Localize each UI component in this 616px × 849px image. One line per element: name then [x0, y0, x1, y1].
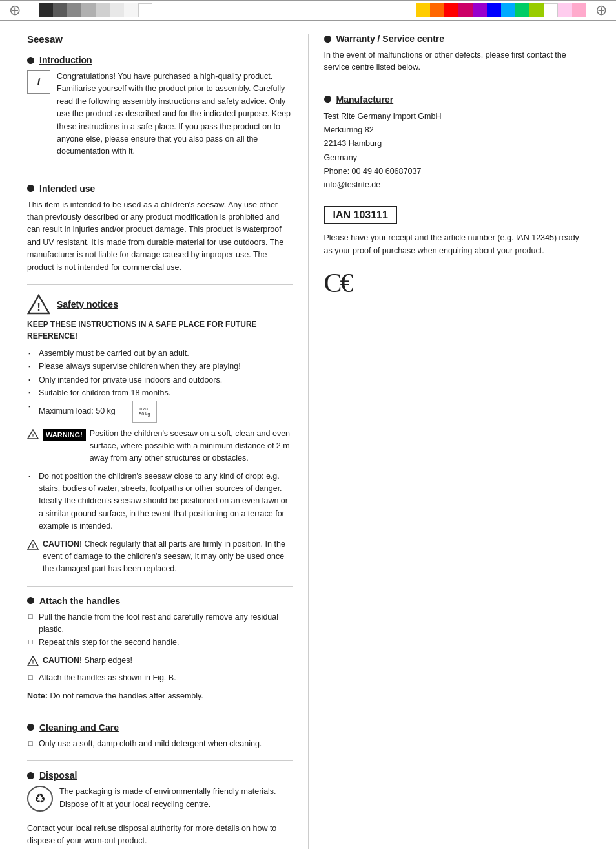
manufacturer-heading-row: Manufacturer	[324, 94, 590, 105]
manufacturer-email: info@testrite.de	[324, 178, 590, 192]
cleaning-care-section: Cleaning and Care Only use a soft, damp …	[27, 722, 293, 750]
right-divider-1	[324, 85, 590, 85]
caution-triangle-icon: !	[27, 540, 39, 550]
page-title: Seesaw	[27, 34, 293, 45]
divider-3	[27, 586, 293, 587]
safety-heading-row: ! Safety notices	[27, 294, 293, 315]
swatch-r8	[515, 3, 529, 17]
warning-badge: WARNING!	[43, 429, 86, 441]
intended-use-section: Intended use This item is intended to be…	[27, 183, 293, 274]
divider-5	[27, 760, 293, 761]
introduction-dot	[27, 57, 34, 64]
intended-use-heading: Intended use	[39, 183, 95, 194]
warranty-heading: Warranty / Service centre	[336, 34, 445, 44]
info-icon: i	[37, 76, 40, 88]
manufacturer-section: Manufacturer Test Rite Germany Import Gm…	[324, 94, 590, 257]
swatches-left	[39, 3, 152, 17]
warning-notice-triangle: !	[27, 429, 39, 439]
safety-bullets-1: Assembly must be carried out by an adult…	[27, 348, 293, 423]
swatch-3	[67, 3, 81, 17]
swatch-r3	[444, 3, 458, 17]
safety-bullet-1: Assembly must be carried out by an adult…	[27, 348, 293, 360]
max-load-label: max.50 kg	[139, 406, 150, 416]
swatch-2	[53, 3, 67, 17]
swatch-r11	[558, 3, 572, 17]
swatch-r5	[473, 3, 487, 17]
svg-text:!: !	[32, 432, 34, 439]
swatch-r7	[501, 3, 515, 17]
swatch-7	[124, 3, 138, 17]
attach-handles-section: Attach the handles Pull the handle from …	[27, 596, 293, 702]
warning-text-1: Position the children's seesaw on a soft…	[90, 428, 293, 465]
info-icon-box: i	[27, 70, 50, 94]
swatch-r4	[458, 3, 473, 17]
disposal-heading: Disposal	[39, 770, 77, 781]
disposal-section: Disposal ♻ The packaging is made of envi…	[27, 770, 293, 848]
swatch-4	[81, 3, 96, 17]
page-wrapper: ⊕ ⊕	[0, 0, 616, 849]
introduction-text: Congratulations! You have purchased a hi…	[57, 70, 293, 158]
swatch-1	[39, 3, 53, 17]
swatch-5	[96, 3, 110, 17]
intended-use-text: This item is intended to be used as a ch…	[27, 199, 293, 274]
intended-use-heading-row: Intended use	[27, 183, 293, 194]
swatch-r10	[544, 3, 558, 17]
intended-use-dot	[27, 185, 34, 192]
svg-text:!: !	[32, 659, 34, 666]
swatch-r6	[487, 3, 501, 17]
safety-bullet-4: Suitable for children from 18 months.	[27, 387, 293, 399]
right-column: Warranty / Service centre In the event o…	[308, 34, 590, 849]
manufacturer-dot	[324, 96, 331, 103]
safety-bullets-2: Do not position the children's seesaw cl…	[27, 470, 293, 533]
disposal-dot	[27, 772, 34, 779]
manufacturer-address3: Germany	[324, 151, 590, 165]
attach-step-3-list: Attach the handles as shown in Fig. B.	[27, 672, 293, 684]
safety-bullet-6: Do not position the children's seesaw cl…	[27, 470, 293, 533]
divider-2	[27, 284, 293, 285]
attach-note: Note: Do not remove the handles after as…	[27, 690, 293, 702]
introduction-heading: Introduction	[39, 55, 92, 65]
recycling-icon: ♻	[27, 786, 53, 812]
disposal-info-box: ♻ The packaging is made of environmental…	[27, 786, 293, 816]
attach-step-2: Repeat this step for the second handle.	[27, 636, 293, 649]
attach-step-3: Attach the handles as shown in Fig. B.	[27, 672, 293, 684]
disposal-recycle-text: The packaging is made of environmentally…	[59, 786, 293, 811]
caution-label: CAUTION!	[43, 540, 85, 549]
manufacturer-heading: Manufacturer	[336, 94, 394, 105]
svg-text:!: !	[37, 301, 41, 313]
introduction-heading-row: Introduction	[27, 55, 293, 65]
note-label: Note:	[27, 691, 48, 700]
max-load-row: Maximum load: 50 kg max.50 kg	[39, 401, 293, 423]
swatches-right	[416, 3, 586, 17]
warranty-dot	[324, 36, 331, 43]
attach-handles-dot	[27, 597, 34, 604]
note-text: Do not remove the handles after assembly…	[50, 691, 203, 700]
ian-number: IAN 103111	[324, 206, 397, 224]
main-content: Seesaw Introduction i Congratulations! Y…	[0, 21, 616, 849]
warranty-text: In the event of malfunctions or other de…	[324, 49, 590, 74]
svg-text:!: !	[32, 543, 34, 549]
introduction-section: Introduction i Congratulations! You have…	[27, 55, 293, 163]
divider-1	[27, 174, 293, 174]
swatch-r2	[430, 3, 444, 17]
safety-heading: Safety notices	[57, 299, 118, 309]
manufacturer-address1: Merkurring 82	[324, 123, 590, 137]
divider-4	[27, 713, 293, 713]
keep-instructions-text: KEEP THESE INSTRUCTIONS IN A SAFE PLACE …	[27, 319, 293, 342]
swatch-r1	[416, 3, 430, 17]
manufacturer-details: Test Rite Germany Import GmbH Merkurring…	[324, 110, 590, 193]
caution-sharp-text: CAUTION! Sharp edges!	[43, 655, 132, 667]
warranty-section: Warranty / Service centre In the event o…	[324, 34, 590, 74]
intro-info-box: i Congratulations! You have purchased a …	[27, 70, 293, 163]
crosshair-left: ⊕	[9, 3, 21, 17]
manufacturer-address2: 22143 Hamburg	[324, 137, 590, 151]
top-bar: ⊕ ⊕	[0, 0, 616, 21]
caution-sharp: ! CAUTION! Sharp edges!	[27, 655, 293, 667]
cleaning-heading: Cleaning and Care	[39, 722, 119, 733]
swatch-r9	[529, 3, 544, 17]
caution-text-1: CAUTION! Check regularly that all parts …	[43, 538, 293, 576]
safety-bullet-2: Please always supervise children when th…	[27, 361, 293, 373]
attach-step-1: Pull the handle from the foot rest and c…	[27, 611, 293, 636]
crosshair-right: ⊕	[595, 3, 607, 17]
disposal-heading-row: Disposal	[27, 770, 293, 781]
